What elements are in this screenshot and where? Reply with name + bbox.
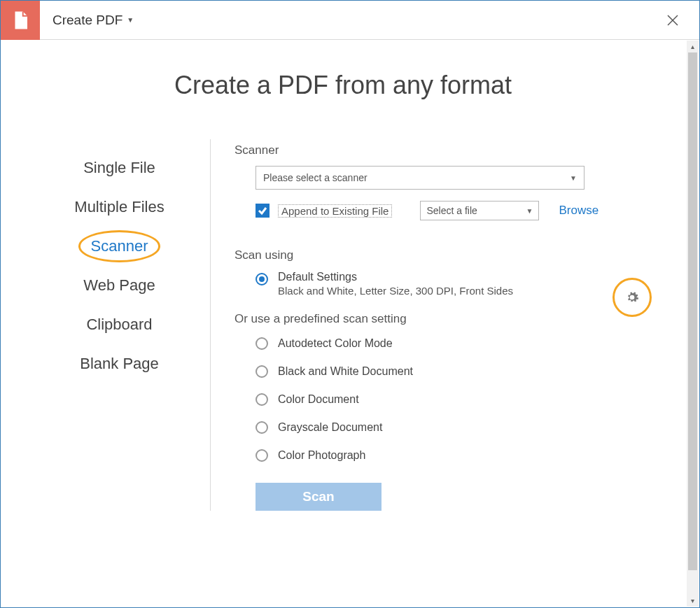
radio-icon — [255, 273, 268, 285]
scan-settings-highlight — [614, 279, 650, 316]
sidebar-item-label: Clipboard — [86, 316, 152, 333]
create-pdf-menu[interactable]: Create PDF ▼ — [52, 13, 134, 28]
radio-icon — [255, 337, 268, 350]
scroll-down-icon[interactable]: ▾ — [687, 595, 699, 607]
append-checkbox-label: Append to Existing File — [278, 204, 392, 218]
radio-autodetect-color[interactable]: Autodetect Color Mode — [255, 337, 643, 350]
scroll-thumb[interactable] — [688, 52, 697, 570]
main-panel: Scanner Please select a scanner ▼ Append… — [211, 139, 657, 511]
gear-icon — [625, 290, 639, 304]
scroll-up-icon[interactable]: ▴ — [687, 41, 699, 52]
sidebar-item-clipboard[interactable]: Clipboard — [29, 307, 210, 342]
radio-grayscale-document[interactable]: Grayscale Document — [255, 421, 643, 434]
scan-using-title: Scan using — [234, 248, 643, 262]
sidebar-item-blank-page[interactable]: Blank Page — [29, 346, 210, 381]
radio-color-document[interactable]: Color Document — [255, 393, 643, 406]
sidebar-item-single-file[interactable]: Single File — [29, 150, 210, 185]
check-icon — [258, 206, 267, 215]
append-checkbox[interactable] — [255, 204, 270, 218]
vertical-scrollbar[interactable]: ▴ ▾ — [687, 41, 699, 607]
radio-label: Color Photograph — [278, 449, 365, 462]
predefined-title: Or use a predefined scan setting — [234, 312, 643, 326]
chevron-down-icon: ▼ — [127, 16, 134, 24]
app-icon — [1, 1, 40, 40]
sidebar-item-label: Blank Page — [80, 355, 159, 372]
radio-bw-document[interactable]: Black and White Document — [255, 365, 643, 378]
append-file-placeholder: Select a file — [426, 205, 477, 216]
sidebar-item-web-page[interactable]: Web Page — [29, 268, 210, 303]
sidebar-item-scanner[interactable]: Scanner — [29, 229, 210, 264]
sidebar-item-multiple-files[interactable]: Multiple Files — [29, 190, 210, 225]
close-icon — [666, 14, 679, 27]
document-icon — [10, 10, 31, 31]
radio-description: Black and White, Letter Size, 300 DPI, F… — [278, 285, 513, 297]
create-pdf-menu-label: Create PDF — [52, 13, 122, 28]
chevron-down-icon: ▼ — [526, 207, 533, 215]
scanner-section-title: Scanner — [234, 143, 643, 157]
sidebar-item-label: Multiple Files — [74, 198, 164, 215]
page-title: Create a PDF from any format — [29, 71, 657, 100]
radio-label: Color Document — [278, 393, 359, 406]
append-file-select[interactable]: Select a file ▼ — [420, 201, 539, 220]
radio-default-settings[interactable]: Default Settings Black and White, Letter… — [255, 271, 643, 297]
content-scroll[interactable]: Create a PDF from any format Single File… — [1, 40, 685, 606]
scan-settings-button[interactable] — [614, 279, 650, 316]
chevron-down-icon: ▼ — [570, 174, 577, 182]
radio-icon — [255, 393, 268, 406]
title-bar: Create PDF ▼ — [1, 1, 699, 40]
append-row: Append to Existing File Select a file ▼ … — [255, 201, 643, 220]
radio-icon — [255, 449, 268, 462]
scan-button[interactable]: Scan — [255, 483, 382, 511]
scanner-select[interactable]: Please select a scanner ▼ — [255, 166, 584, 190]
radio-icon — [255, 421, 268, 434]
browse-link[interactable]: Browse — [559, 204, 598, 218]
close-button[interactable] — [663, 10, 682, 30]
radio-color-photograph[interactable]: Color Photograph — [255, 449, 643, 462]
source-type-sidebar: Single File Multiple Files Scanner Web P… — [29, 139, 211, 511]
preset-list: Autodetect Color Mode Black and White Do… — [234, 337, 643, 462]
sidebar-item-label: Scanner — [91, 237, 148, 255]
radio-label: Autodetect Color Mode — [278, 337, 393, 350]
scanner-select-placeholder: Please select a scanner — [263, 172, 368, 183]
sidebar-item-label: Web Page — [83, 276, 155, 294]
sidebar-item-label: Single File — [83, 159, 155, 176]
radio-label: Grayscale Document — [278, 421, 382, 434]
radio-label: Black and White Document — [278, 365, 413, 378]
radio-label: Default Settings — [278, 271, 513, 283]
radio-icon — [255, 365, 268, 378]
